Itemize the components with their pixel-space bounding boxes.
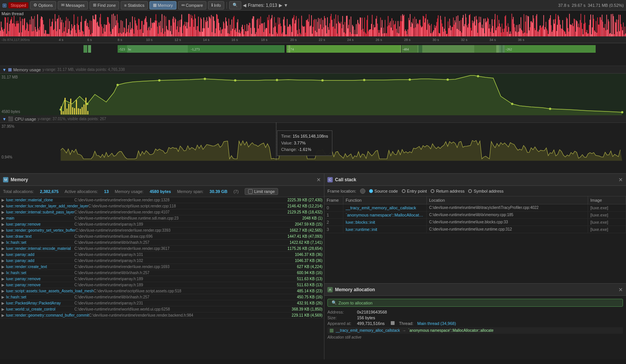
row-expand[interactable]: ▶ <box>2 198 6 202</box>
callstack-header: C Call stack ✕ <box>324 174 626 186</box>
memory-section-label: Memory usage <box>13 67 41 72</box>
statistics-button[interactable]: ≡ Statistics <box>121 1 148 9</box>
source-code-label: Source code <box>374 189 398 193</box>
row-expand[interactable]: ▶ <box>2 240 6 245</box>
memory-table-row[interactable]: ▶ lx::hash::set C:\dev\luxe-runtime\runt… <box>0 294 324 300</box>
memory-table-row[interactable]: ▶ main C:\dev\luxe-runtime\runtime\bind\… <box>0 215 324 221</box>
row-expand[interactable]: ▶ <box>2 216 6 220</box>
toolbar-separator <box>226 2 227 9</box>
row-expand[interactable]: ▶ <box>2 289 6 293</box>
memory-table-row[interactable]: ▶ luxe::parray::remove C:\dev\luxe-runti… <box>0 276 324 282</box>
frame-down-btn[interactable]: ▼ <box>284 3 288 8</box>
zoom-to-allocation-button[interactable]: 🔍 Zoom to allocation <box>327 299 623 307</box>
return-address-radio-dot[interactable] <box>431 189 434 193</box>
call-stack-row[interactable]: 2 luxe::blocks::init C:\dev\luxe-runtime… <box>324 219 626 226</box>
row-expand[interactable]: ▶ <box>2 271 6 275</box>
call-stack-table[interactable]: Frame Function Location Image 0 __tracy_… <box>324 196 626 283</box>
source-code-radio-dot[interactable] <box>369 189 373 193</box>
row-expand[interactable]: ▶ <box>2 265 6 269</box>
memory-table-row[interactable]: ▶ luxe::PackedArray::PackedArray C:\dev\… <box>0 300 324 306</box>
row-expand[interactable]: ▶ <box>2 307 6 311</box>
panel-stats-bar: Total allocations: 2,382,675 Active allo… <box>0 186 324 197</box>
row-expand[interactable]: ▶ <box>2 234 6 238</box>
row-expand[interactable]: ▶ <box>2 222 6 226</box>
memory-table-row[interactable]: ▶ lx::hash::set C:\dev\luxe-runtime\runt… <box>0 240 324 246</box>
memory-display: 341.71 MB (0.52%) <box>588 3 624 8</box>
memory-table-row[interactable]: ▶ luxe::parray::remove C:\dev\luxe-runti… <box>0 282 324 288</box>
memory-table[interactable]: ▶ luxe::render::material_clone C:\dev\lu… <box>0 197 324 359</box>
call-stack-row[interactable]: 3 luxe::runtime::init C:\dev\luxe-runtim… <box>324 226 626 233</box>
return-address-radio[interactable]: Return address <box>431 189 464 193</box>
row-size: 511.63 KB (13) <box>277 283 322 287</box>
row-expand[interactable]: ▶ <box>2 204 6 208</box>
limit-range-checkbox[interactable] <box>248 189 253 194</box>
memory-section-expand[interactable]: ▼ <box>2 67 6 72</box>
memory-table-row[interactable]: ▶ luxe::render::material_clone C:\dev\lu… <box>0 197 324 203</box>
cpu-usage-chart[interactable]: 37.95% 0.94% Time: 15s 165,148,108ns Val… <box>0 123 626 161</box>
memory-table-row[interactable]: ▶ luxe::render::geometry_set_vertex_buff… <box>0 228 324 234</box>
symbol-address-radio[interactable]: Symbol address <box>468 189 503 193</box>
memory-table-row[interactable]: ▶ luxe::render::lux::render_layer_add_re… <box>0 203 324 209</box>
alloc-close[interactable]: ✕ <box>618 287 623 293</box>
row-size: 1422.62 KB (7,141) <box>277 240 322 245</box>
entry-point-radio[interactable]: Entry point <box>402 189 427 193</box>
time-display-1: 37.8 s <box>558 3 569 8</box>
memory-table-row[interactable]: ▶ luxe::world::ui_create_control C:\dev\… <box>0 306 324 312</box>
timeline-container[interactable]: Main thread -3s 874,117,905ns 4 s 6 s 8 … <box>0 11 626 174</box>
time-ruler[interactable]: -3s 874,117,905ns 4 s 6 s 8 s 10 s 12 s … <box>0 36 626 43</box>
row-expand[interactable]: ▶ <box>2 259 6 263</box>
compare-icon: ⇔ <box>181 3 185 8</box>
memory-table-row[interactable]: ▶ luxe::render::internal::submit_pass_la… <box>0 209 324 215</box>
memory-table-row[interactable]: ▶ luxe::script::assets::luxe_assets_Asse… <box>0 288 324 294</box>
memory-table-row[interactable]: ▶ luxe::render::internal::encode_materia… <box>0 246 324 252</box>
frame-num: 0 <box>324 204 343 211</box>
frame-num: 2 <box>324 219 343 226</box>
row-name: luxe::parray::remove <box>6 222 74 226</box>
appeared-val: 499,731,516ns <box>357 321 385 326</box>
compare-button[interactable]: ⇔ Compare <box>178 1 206 9</box>
next-frame-btn[interactable]: ▶ <box>279 3 282 8</box>
options-icon: ⚙ <box>33 3 37 8</box>
row-expand[interactable]: ▶ <box>2 253 6 257</box>
find-zone-button[interactable]: ⊞ Find zone <box>90 1 119 9</box>
symbol-address-radio-dot[interactable] <box>468 189 472 193</box>
row-expand[interactable]: ▶ <box>2 301 6 305</box>
memory-table-row[interactable]: ▶ luxe::parray::add C:\dev\luxe-runtime\… <box>0 252 324 258</box>
source-code-radio[interactable]: Source code <box>369 189 398 193</box>
row-expand[interactable]: ▶ <box>2 313 6 317</box>
mem-span-val: 30.39 GB <box>209 189 227 194</box>
active-alloc-val: 13 <box>104 189 109 194</box>
row-expand[interactable]: ▶ <box>2 228 6 232</box>
memory-button[interactable]: ▦ Memory <box>149 1 176 9</box>
row-name: luxe::parray::remove <box>6 283 74 287</box>
main-thread-zones[interactable] <box>0 43 626 66</box>
entry-point-radio-dot[interactable] <box>402 189 406 193</box>
options-button[interactable]: ⚙ Options <box>30 1 56 9</box>
stopped-badge: Stopped <box>8 2 28 8</box>
memory-table-row[interactable]: ▶ luxe::parray::add C:\dev\luxe-runtime\… <box>0 258 324 264</box>
limit-range-button[interactable]: Limit range <box>245 188 278 195</box>
flamegraph-section[interactable]: Main thread <box>0 11 626 36</box>
row-expand[interactable]: ▶ <box>2 277 6 281</box>
callstack-close[interactable]: ✕ <box>618 177 623 183</box>
memory-table-row[interactable]: ▶ luxe::render::geometry::command_buffer… <box>0 312 324 318</box>
zoom-button[interactable]: 🔍 <box>229 1 241 9</box>
call-stack-row[interactable]: 0 __tracy_emit_memory_alloc_callstack C:… <box>324 204 626 212</box>
memory-table-row[interactable]: ▶ luxe::draw::text C:\dev\luxe-runtime\r… <box>0 234 324 240</box>
memory-table-row[interactable]: ▶ lx::hash::set C:\dev\luxe-runtime\runt… <box>0 270 324 276</box>
row-expand[interactable]: ▶ <box>2 295 6 299</box>
prev-frame-btn[interactable]: ◀ <box>243 3 246 8</box>
row-expand[interactable]: ▶ <box>2 210 6 214</box>
callstack-func: `anonymous namespace'::MallocAllocator::… <box>408 328 494 333</box>
call-stack-row[interactable]: 1 `anonymous namespace'::MallocAllocator… <box>324 212 626 219</box>
messages-button[interactable]: ✉ Messages <box>58 1 88 9</box>
memory-table-row[interactable]: ▶ luxe::render::create_text C:\dev\luxe-… <box>0 264 324 270</box>
memory-usage-chart[interactable]: 31.17 MB 4580 bytes <box>0 74 626 115</box>
row-expand[interactable]: ▶ <box>2 283 6 287</box>
memory-table-row[interactable]: ▶ luxe::parray::remove C:\dev\luxe-runti… <box>0 221 324 228</box>
frame-function: luxe::runtime::init <box>343 226 427 233</box>
row-expand[interactable]: ▶ <box>2 246 6 251</box>
info-button[interactable]: ℹ Info <box>208 1 224 9</box>
memory-panel-close[interactable]: ✕ <box>316 177 321 183</box>
cpu-section-expand[interactable]: ▼ <box>2 117 6 121</box>
